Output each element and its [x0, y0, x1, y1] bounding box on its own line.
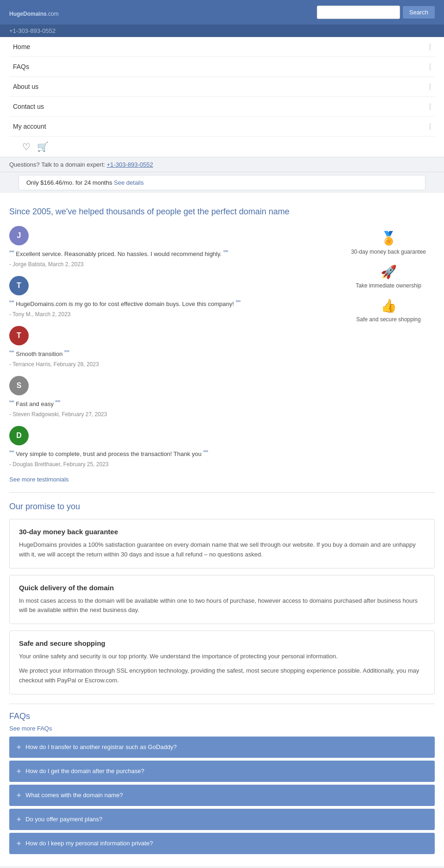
secure-shopping-icon: 👍 — [381, 298, 397, 313]
nav-item-account[interactable]: My account | — [9, 117, 435, 137]
phone-number: +1-303-893-0552 — [9, 27, 56, 34]
faq-item-3[interactable]: + What comes with the domain name? — [9, 785, 435, 806]
faq-plus-icon-1: + — [17, 743, 21, 751]
testimonial-author-4: - Steven Radgowski, February 27, 2023 — [9, 411, 333, 418]
faq-label-2: How do I get the domain after the purcha… — [25, 768, 144, 774]
testimonial-3: T Smooth transition - Terrance Harris, F… — [9, 326, 333, 368]
phone-bar: +1-303-893-0552 — [0, 25, 444, 37]
testimonial-author-1: - Jorge Batista, March 2, 2023 — [9, 261, 333, 268]
guarantee-1: 🏅 30-day money back guarantee — [342, 231, 435, 255]
search-button[interactable]: Search — [403, 6, 435, 19]
avatar-5: D — [9, 426, 29, 445]
promise-card-title-1: 30-day money back guarantee — [19, 528, 425, 536]
ownership-icon: 🚀 — [381, 264, 397, 280]
promise-card-2: Quick delivery of the domain In most cas… — [9, 575, 435, 624]
logo-text: HugeDomains — [9, 11, 47, 17]
faq-plus-icon-2: + — [17, 767, 21, 775]
nav-item-faqs[interactable]: FAQs | — [9, 57, 435, 77]
promo-link[interactable]: See details — [114, 179, 143, 186]
avatar-2: T — [9, 276, 29, 295]
logo-com: .com — [47, 11, 59, 17]
faq-label-3: What comes with the domain name? — [25, 792, 123, 799]
nav-item-about[interactable]: About us | — [9, 77, 435, 97]
avatar-1: J — [9, 226, 29, 245]
guarantee-text-1: 30-day money back guarantee — [351, 249, 426, 255]
questions-phone[interactable]: +1-303-893-0552 — [107, 161, 153, 168]
guarantee-3: 👍 Safe and secure shopping — [342, 298, 435, 323]
avatar-3: T — [9, 326, 29, 345]
testimonial-author-5: - Douglas Bretthauer, February 25, 2023 — [9, 461, 333, 468]
nav-divider: | — [429, 82, 431, 91]
faq-title: FAQs — [9, 712, 435, 721]
faq-label-5: How do I keep my personal information pr… — [25, 840, 153, 847]
separator-2 — [9, 704, 435, 704]
promise-card-text-2: In most cases access to the domain will … — [19, 596, 425, 616]
nav-item-contact[interactable]: Contact us | — [9, 97, 435, 117]
testimonial-text-5: Very simple to complete, trust and proce… — [9, 448, 333, 459]
testimonial-4: S Fast and easy - Steven Radgowski, Febr… — [9, 376, 333, 418]
guarantee-2: 🚀 Take immediate ownership — [342, 264, 435, 289]
faq-section: FAQs See more FAQs + How do I transfer t… — [9, 704, 435, 854]
nav-item-home[interactable]: Home | — [9, 37, 435, 57]
faq-item-4[interactable]: + Do you offer payment plans? — [9, 809, 435, 830]
faq-item-5[interactable]: + How do I keep my personal information … — [9, 833, 435, 854]
logo: HugeDomains.com — [9, 6, 59, 19]
guarantee-text-2: Take immediate ownership — [356, 282, 421, 289]
promise-card-text-3-2: We protect your information through SSL … — [19, 666, 425, 686]
section-title: Since 2005, we've helped thousands of pe… — [9, 207, 435, 217]
promise-title: Our promise to you — [9, 502, 435, 512]
see-more-testimonials[interactable]: See more testimonials — [9, 476, 333, 483]
testimonial-text-1: Excellent service. Reasonably priced. No… — [9, 248, 333, 259]
testimonial-1: J Excellent service. Reasonably priced. … — [9, 226, 333, 268]
wishlist-icon[interactable]: ♡ — [22, 141, 31, 152]
nav-icons: ♡ 🛒 — [9, 137, 435, 157]
navigation: Home | FAQs | About us | Contact us | My… — [0, 37, 444, 157]
separator-1 — [9, 492, 435, 493]
see-more-faqs[interactable]: See more FAQs — [9, 725, 435, 732]
avatar-4: S — [9, 376, 29, 395]
testimonial-text-3: Smooth transition — [9, 348, 333, 359]
faq-plus-icon-4: + — [17, 815, 21, 824]
promise-card-3: Safe and secure shopping Your online saf… — [9, 631, 435, 694]
faq-item-1[interactable]: + How do I transfer to another registrar… — [9, 737, 435, 758]
money-back-icon: 🏅 — [381, 231, 397, 246]
faq-plus-icon-3: + — [17, 791, 21, 799]
nav-divider: | — [429, 102, 431, 111]
testimonial-author-2: - Tony M., March 2, 2023 — [9, 311, 333, 318]
nav-divider: | — [429, 43, 431, 51]
search-bar: Search — [317, 6, 435, 19]
testimonials-section: J Excellent service. Reasonably priced. … — [9, 226, 435, 492]
promise-card-text-3-1: Your online safety and security is our t… — [19, 652, 425, 662]
faq-plus-icon-5: + — [17, 839, 21, 848]
cart-icon[interactable]: 🛒 — [37, 141, 49, 152]
main-content: Since 2005, we've helped thousands of pe… — [0, 193, 444, 866]
promise-card-title-3: Safe and secure shopping — [19, 639, 425, 647]
questions-bar: Questions? Talk to a domain expert: +1-3… — [0, 157, 444, 172]
testimonial-author-3: - Terrance Harris, February 28, 2023 — [9, 361, 333, 368]
guarantee-text-3: Safe and secure shopping — [356, 316, 420, 323]
questions-text: Questions? Talk to a domain expert: — [9, 161, 107, 168]
testimonial-text-2: HugeDomains.com is my go to for cost eff… — [9, 298, 333, 309]
testimonials-list: J Excellent service. Reasonably priced. … — [9, 226, 333, 492]
nav-divider: | — [429, 62, 431, 71]
testimonial-5: D Very simple to complete, trust and pro… — [9, 426, 333, 468]
header: HugeDomains.com Search — [0, 0, 444, 25]
testimonial-text-4: Fast and easy — [9, 398, 333, 409]
promo-bar: Only $166.46/mo. for 24 months See detai… — [18, 175, 426, 190]
testimonial-2: T HugeDomains.com is my go to for cost e… — [9, 276, 333, 318]
promise-card-title-2: Quick delivery of the domain — [19, 584, 425, 592]
nav-divider: | — [429, 122, 431, 131]
search-input[interactable] — [317, 6, 400, 19]
promise-card-text-1: HugeDomains provides a 100% satisfaction… — [19, 540, 425, 560]
promo-text: Only $166.46/mo. for 24 months — [26, 179, 114, 186]
faq-label-4: Do you offer payment plans? — [25, 816, 102, 823]
promo-bar-container: Only $166.46/mo. for 24 months See detai… — [0, 172, 444, 193]
faq-label-1: How do I transfer to another registrar s… — [25, 743, 177, 750]
guarantees-list: 🏅 30-day money back guarantee 🚀 Take imm… — [342, 226, 435, 492]
faq-item-2[interactable]: + How do I get the domain after the purc… — [9, 761, 435, 782]
promise-card-1: 30-day money back guarantee HugeDomains … — [9, 519, 435, 568]
